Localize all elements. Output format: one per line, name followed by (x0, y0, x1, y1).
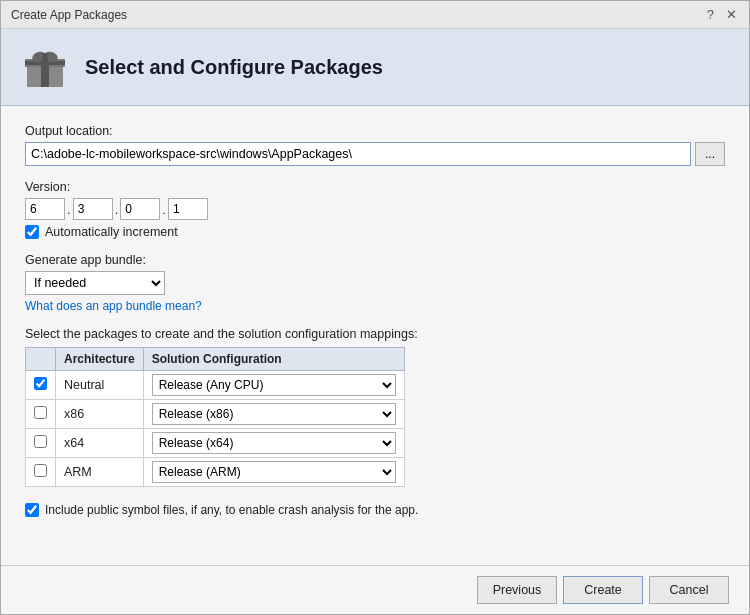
output-input[interactable] (25, 142, 691, 166)
svg-rect-7 (43, 53, 47, 61)
packages-section: Select the packages to create and the so… (25, 327, 725, 487)
dialog-window: Create App Packages ? ✕ (0, 0, 750, 615)
pkg-arch-3: ARM (56, 458, 144, 487)
table-row: x86Release (x86)Debug (x86) (26, 400, 405, 429)
auto-increment-label: Automatically increment (45, 225, 178, 239)
version-build[interactable] (168, 198, 208, 220)
create-button[interactable]: Create (563, 576, 643, 604)
dialog-title: Create App Packages (11, 8, 127, 22)
header-section: Select and Configure Packages (1, 29, 749, 106)
pkg-checkbox-1[interactable] (34, 406, 47, 419)
pkg-check-cell-3 (26, 458, 56, 487)
gift-box-icon (21, 43, 69, 91)
version-dot-3: . (160, 202, 168, 217)
bundle-section: Generate app bundle: If needed Always Ne… (25, 253, 725, 313)
pkg-checkbox-3[interactable] (34, 464, 47, 477)
col-architecture: Architecture (56, 348, 144, 371)
packages-label: Select the packages to create and the so… (25, 327, 725, 341)
version-inputs: . . . (25, 198, 725, 220)
pkg-config-select-1[interactable]: Release (x86)Debug (x86) (152, 403, 396, 425)
table-row: NeutralRelease (Any CPU)Debug (Any CPU) (26, 371, 405, 400)
version-major[interactable] (25, 198, 65, 220)
output-label: Output location: (25, 124, 725, 138)
pkg-config-cell-2: Release (x64)Debug (x64) (143, 429, 404, 458)
pkg-config-select-2[interactable]: Release (x64)Debug (x64) (152, 432, 396, 454)
footer: Previous Create Cancel (1, 565, 749, 614)
pkg-config-cell-0: Release (Any CPU)Debug (Any CPU) (143, 371, 404, 400)
previous-button[interactable]: Previous (477, 576, 557, 604)
packages-table: Architecture Solution Configuration Neut… (25, 347, 405, 487)
pkg-config-cell-1: Release (x86)Debug (x86) (143, 400, 404, 429)
symbol-row: Include public symbol files, if any, to … (25, 503, 725, 517)
version-patch[interactable] (120, 198, 160, 220)
browse-button[interactable]: ... (695, 142, 725, 166)
pkg-checkbox-2[interactable] (34, 435, 47, 448)
col-solution-config: Solution Configuration (143, 348, 404, 371)
bundle-select[interactable]: If needed Always Never (25, 271, 165, 295)
bundle-link[interactable]: What does an app bundle mean? (25, 299, 202, 313)
pkg-check-cell-2 (26, 429, 56, 458)
version-dot-1: . (65, 202, 73, 217)
pkg-checkbox-0[interactable] (34, 377, 47, 390)
title-bar: Create App Packages ? ✕ (1, 1, 749, 29)
version-label: Version: (25, 180, 725, 194)
table-row: x64Release (x64)Debug (x64) (26, 429, 405, 458)
table-row: ARMRelease (ARM)Debug (ARM) (26, 458, 405, 487)
pkg-config-cell-3: Release (ARM)Debug (ARM) (143, 458, 404, 487)
header-title: Select and Configure Packages (85, 56, 383, 79)
pkg-config-select-0[interactable]: Release (Any CPU)Debug (Any CPU) (152, 374, 396, 396)
symbol-checkbox[interactable] (25, 503, 39, 517)
help-button[interactable]: ? (705, 7, 716, 22)
auto-increment-row: Automatically increment (25, 225, 725, 239)
pkg-config-select-3[interactable]: Release (ARM)Debug (ARM) (152, 461, 396, 483)
bundle-label: Generate app bundle: (25, 253, 725, 267)
content-area: Output location: ... Version: . . . Auto… (1, 106, 749, 565)
output-section: Output location: ... (25, 124, 725, 166)
symbol-label: Include public symbol files, if any, to … (45, 503, 418, 517)
pkg-arch-1: x86 (56, 400, 144, 429)
version-section: Version: . . . Automatically increment (25, 180, 725, 239)
pkg-check-cell-0 (26, 371, 56, 400)
version-dot-2: . (113, 202, 121, 217)
pkg-arch-2: x64 (56, 429, 144, 458)
title-bar-controls: ? ✕ (705, 7, 739, 22)
col-checkbox (26, 348, 56, 371)
output-row: ... (25, 142, 725, 166)
pkg-check-cell-1 (26, 400, 56, 429)
close-button[interactable]: ✕ (724, 7, 739, 22)
pkg-arch-0: Neutral (56, 371, 144, 400)
table-header-row: Architecture Solution Configuration (26, 348, 405, 371)
cancel-button[interactable]: Cancel (649, 576, 729, 604)
version-minor[interactable] (73, 198, 113, 220)
auto-increment-checkbox[interactable] (25, 225, 39, 239)
